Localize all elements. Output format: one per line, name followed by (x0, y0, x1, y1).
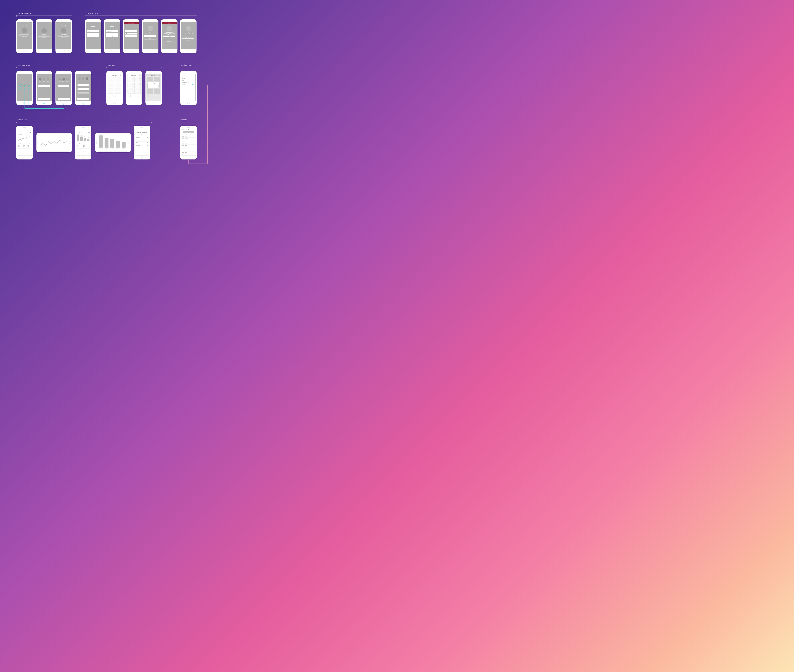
report-type-option[interactable] (47, 78, 49, 80)
back-button[interactable]: < Back (182, 130, 184, 130)
panel-tile[interactable] (108, 88, 114, 93)
menu-logout[interactable]: Logout (182, 86, 194, 88)
event-select[interactable]: Choose an event▾ (77, 88, 89, 90)
menu-icon[interactable]: ☰ (135, 130, 136, 130)
tab-events[interactable]: Events (78, 80, 80, 81)
tab-events[interactable]: Events (39, 81, 41, 82)
share-icon[interactable]: ⇪ (31, 130, 31, 130)
report-type-option[interactable] (66, 78, 69, 80)
edit-link[interactable]: Edit (120, 75, 121, 76)
code-field[interactable]: 7473498 (163, 35, 175, 37)
panel-tile[interactable]: ✎ (128, 88, 134, 93)
save-report-button[interactable]: Save report (77, 98, 89, 100)
report-type-option[interactable] (59, 78, 61, 80)
project-item[interactable]: Mixpanel Retention (181, 152, 196, 154)
line-chart[interactable] (17, 135, 32, 143)
enable-notifications-button[interactable]: Enable notifications (182, 37, 194, 38)
bar-chart[interactable]: 500 400 300 200 (76, 134, 91, 143)
verify-button[interactable]: Verify (144, 38, 156, 40)
skip-link[interactable]: Skip (30, 23, 31, 24)
signin-button[interactable]: SIGN IN (125, 35, 137, 37)
project-item[interactable]: iHeart (183, 131, 194, 133)
verify-button[interactable]: Verify (163, 38, 175, 40)
panel-tile[interactable]: ✎ (128, 77, 134, 82)
menu-summary[interactable]: Summary (182, 80, 194, 82)
panel-tile[interactable] (108, 83, 114, 88)
tab-events[interactable]: Events (59, 81, 61, 82)
report-type-funnels[interactable] (23, 84, 26, 86)
menu-icon[interactable]: ☰ (108, 75, 108, 76)
resend-link[interactable]: Resend / Go back (162, 41, 177, 42)
tab-funnels[interactable]: Funnels (43, 81, 45, 82)
menu-icon[interactable]: ☰ (127, 75, 128, 76)
event-select[interactable]: Completed Tutorial▾ (77, 84, 89, 86)
metric-option[interactable] (78, 77, 80, 80)
edit-icon[interactable]: ✎ (139, 78, 140, 78)
signin-button[interactable]: SIGN IN (87, 35, 99, 37)
page-indicator[interactable] (17, 48, 32, 48)
panel-tile[interactable] (115, 77, 121, 82)
menu-icon[interactable]: ☰ (18, 130, 18, 130)
line-chart[interactable] (39, 138, 68, 149)
trends-filter[interactable]: Weekly ▾ (29, 144, 31, 144)
report-type-retention[interactable] (27, 84, 30, 86)
panel-tile[interactable]: ✎ (128, 83, 134, 88)
menu-projects[interactable]: Projects: iHeart Mobile App⋯ (182, 82, 194, 84)
drawer-edge[interactable] (195, 74, 196, 101)
panel-tile[interactable] (108, 77, 114, 82)
email-field[interactable]: Email Address (87, 30, 99, 32)
event-select[interactable]: Choose an event▾ (38, 85, 50, 87)
skip-link[interactable]: Skip (50, 23, 51, 24)
granularity-select[interactable]: Day ▾ (66, 135, 67, 136)
share-icon[interactable]: ⇪ (90, 130, 90, 130)
panel-tile[interactable]: ✎ (134, 83, 141, 88)
project-item[interactable]: Mixpanel (181, 133, 196, 135)
edit-icon[interactable]: ✎ (132, 83, 133, 84)
page-indicator[interactable] (56, 48, 71, 48)
password-field[interactable]: Password (87, 33, 99, 35)
save-report-button[interactable]: Save report (38, 98, 50, 100)
project-item[interactable]: Mixpanel Segmentation (181, 138, 196, 140)
menu-icon[interactable]: ☰ (147, 75, 147, 76)
project-item[interactable]: Mixpanel Retention (181, 142, 196, 144)
page-indicator[interactable] (37, 48, 51, 48)
save-report-button[interactable]: Save report (58, 98, 70, 100)
event-select[interactable]: Choose an event▾ (58, 85, 69, 87)
filter-select[interactable]: No filter▾ (77, 92, 89, 93)
edit-icon[interactable]: ✎ (139, 83, 140, 84)
code-field[interactable]: Enter your 7-digit code (144, 35, 156, 37)
skip-link[interactable]: Skip (69, 23, 70, 24)
panel-tile[interactable] (115, 88, 121, 93)
edit-icon[interactable]: ✎ (139, 89, 140, 90)
password-field[interactable]: •••••••• (106, 33, 118, 35)
add-panel-button[interactable]: + (128, 95, 131, 97)
project-item[interactable]: Mixpanel Retention (181, 149, 196, 152)
resend-link[interactable]: Resend / Go back (143, 41, 158, 42)
menu-push-notifications[interactable]: Push Notifications (182, 84, 194, 86)
menu-send-tip[interactable]: Send a Tip (182, 77, 194, 80)
report-type-option[interactable] (43, 78, 45, 80)
tab-retention[interactable]: Retention (66, 81, 69, 82)
menu-icon[interactable]: ☰ (77, 130, 77, 130)
panel-tile[interactable]: ✎ (134, 88, 141, 93)
project-item[interactable]: Mixpanel Retention (181, 154, 196, 155)
report-type-option[interactable] (39, 78, 42, 80)
email-field[interactable]: cooper@mixpanel.com (106, 30, 118, 32)
modal-delete-button[interactable]: Delete (154, 85, 158, 87)
cancel-link[interactable]: Cancel (159, 75, 160, 76)
panel-tile[interactable]: ✎ (134, 77, 141, 82)
tab-funnels[interactable]: Funnels (82, 80, 84, 81)
edit-icon[interactable]: ✎ (132, 78, 133, 78)
password-field[interactable]: •••••••• (125, 33, 137, 35)
project-item[interactable]: Mixpanel Funnels (181, 135, 196, 138)
later-link[interactable]: I'll do it later (181, 40, 196, 41)
panel-tile[interactable] (115, 83, 121, 88)
project-item[interactable]: Mixpanel Retention (181, 147, 196, 149)
modal-cancel-button[interactable]: Cancel (149, 85, 153, 87)
tab-retention[interactable]: Retention (86, 80, 88, 81)
edit-icon[interactable]: ✎ (132, 89, 133, 90)
metric-option[interactable] (82, 77, 85, 80)
share-icon[interactable]: ⇪ (148, 130, 149, 130)
toggle-switch[interactable] (192, 85, 194, 85)
cancel-link[interactable]: Cancel (139, 75, 141, 76)
